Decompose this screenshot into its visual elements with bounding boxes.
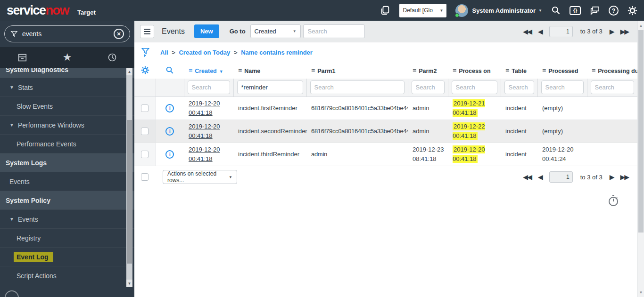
nav-app-system-logs[interactable]: System Logs bbox=[0, 153, 134, 172]
processed-filter-input[interactable] bbox=[541, 80, 584, 94]
cell-processed: 2019-12-20 00:41:24 bbox=[537, 143, 587, 166]
top-banner: servicenow Target Default [Glo ▼ System … bbox=[0, 0, 644, 21]
navigator-filter[interactable]: ✕ bbox=[4, 25, 130, 42]
code-console-button[interactable]: {} bbox=[570, 6, 581, 15]
sidebar-bottom-help-icon[interactable] bbox=[5, 290, 19, 297]
scrollbar-thumb[interactable] bbox=[638, 30, 644, 233]
parm2-filter-input[interactable] bbox=[412, 80, 445, 94]
nav-section-events[interactable]: ▼Events bbox=[0, 210, 134, 229]
parm1-filter-input[interactable] bbox=[310, 80, 405, 94]
highlighted-value: 2019-12-21 00:41:18 bbox=[453, 99, 485, 117]
column-header-name[interactable]: ≡Name bbox=[233, 63, 306, 79]
stopwatch-icon bbox=[608, 194, 619, 207]
last-page-button[interactable]: ▶▶ bbox=[620, 28, 628, 35]
help-button[interactable]: ? bbox=[609, 6, 619, 16]
page-number-input[interactable] bbox=[549, 26, 573, 37]
cell-processing-duration bbox=[587, 120, 637, 143]
breadcrumb-all-link[interactable]: All bbox=[160, 49, 168, 56]
main-scrollbar[interactable]: ▲ ▼ bbox=[637, 21, 644, 297]
list-context-menu-button[interactable] bbox=[140, 25, 154, 38]
column-header-parm2[interactable]: ≡Parm2 bbox=[408, 63, 448, 79]
row-checkbox[interactable] bbox=[141, 104, 149, 112]
response-time-indicator[interactable] bbox=[608, 194, 619, 207]
goto-field-select[interactable]: Created ▼ bbox=[250, 24, 301, 38]
column-header-processing-duration[interactable]: ≡Processing du bbox=[587, 63, 637, 79]
next-page-button[interactable]: ▶ bbox=[610, 173, 614, 181]
column-header-table[interactable]: ≡Table bbox=[501, 63, 537, 79]
list-personalize-button[interactable] bbox=[134, 63, 156, 79]
scroll-down-icon[interactable]: ▼ bbox=[126, 280, 132, 287]
cell-table: incident bbox=[501, 143, 537, 166]
record-link[interactable]: 2019-12-20 00:41:18 bbox=[189, 100, 220, 116]
record-link[interactable]: 2019-12-20 00:41:18 bbox=[189, 123, 220, 139]
info-icon[interactable]: i bbox=[165, 127, 174, 136]
record-link[interactable]: 2019-12-20 00:41:18 bbox=[189, 146, 220, 162]
column-menu-icon: ≡ bbox=[311, 67, 315, 74]
cell-parm2: 2019-12-23 08:41:18 bbox=[408, 143, 448, 166]
column-menu-icon: ≡ bbox=[413, 67, 416, 74]
goto-search-input[interactable] bbox=[303, 24, 365, 38]
user-menu[interactable]: System Administrator ▼ bbox=[455, 4, 542, 17]
column-header-parm1[interactable]: ≡Parm1 bbox=[306, 63, 408, 79]
process-on-filter-input[interactable] bbox=[452, 80, 497, 94]
breadcrumb-created-on-today-link[interactable]: Created on Today bbox=[179, 49, 230, 56]
chat-button[interactable] bbox=[590, 6, 600, 15]
nav-module-event-log[interactable]: Event Log bbox=[0, 248, 134, 266]
last-page-button[interactable]: ▶▶ bbox=[620, 173, 628, 181]
nav-module-slow-events[interactable]: Slow Events bbox=[0, 97, 134, 116]
created-filter-input[interactable] bbox=[188, 80, 230, 94]
column-search-toggle-button[interactable] bbox=[156, 63, 184, 79]
table-row: i 2019-12-20 00:41:18 incident.thirdRemi… bbox=[134, 143, 637, 166]
global-search-button[interactable] bbox=[551, 6, 561, 15]
previous-page-button[interactable]: ◀ bbox=[538, 173, 542, 181]
tab-all-applications[interactable] bbox=[0, 47, 45, 68]
nav-module-registry[interactable]: Registry bbox=[0, 229, 134, 248]
column-menu-icon: ≡ bbox=[189, 67, 192, 74]
nav-module-events[interactable]: Events bbox=[0, 172, 134, 191]
breadcrumb-name-contains-link[interactable]: Name contains reminder bbox=[241, 49, 313, 56]
filter-funnel-icon[interactable] bbox=[141, 48, 150, 57]
first-page-button[interactable]: ◀◀ bbox=[523, 28, 531, 35]
nav-section-stats[interactable]: ▼Stats bbox=[0, 78, 134, 97]
nav-module-performance-events[interactable]: Performance Events bbox=[0, 135, 134, 153]
settings-button[interactable] bbox=[627, 6, 637, 16]
name-filter-input[interactable] bbox=[237, 80, 303, 94]
archive-box-icon bbox=[17, 53, 27, 62]
scroll-up-icon[interactable]: ▲ bbox=[638, 22, 644, 29]
first-page-button[interactable]: ◀◀ bbox=[523, 173, 531, 181]
tab-favorites[interactable]: ★ bbox=[45, 47, 90, 68]
navigator-filter-input[interactable] bbox=[22, 30, 114, 38]
column-header-created[interactable]: ≡Created▼ bbox=[184, 63, 233, 79]
tab-history[interactable] bbox=[90, 47, 134, 68]
scroll-down-icon[interactable]: ▼ bbox=[638, 289, 644, 296]
info-icon[interactable]: i bbox=[165, 150, 174, 159]
breadcrumb-separator: > bbox=[172, 49, 175, 56]
new-button[interactable]: New bbox=[194, 24, 219, 38]
update-set-select[interactable]: Default [Glo ▼ bbox=[399, 4, 446, 17]
previous-page-button[interactable]: ◀ bbox=[538, 28, 542, 35]
next-page-button[interactable]: ▶ bbox=[610, 28, 614, 35]
sidebar-scrollbar[interactable]: ▲ ▼ bbox=[126, 68, 132, 287]
cell-created: 2019-12-20 00:41:18 bbox=[184, 143, 233, 166]
update-set-picker-icon[interactable] bbox=[380, 5, 390, 16]
navigator-filter-row: ✕ bbox=[0, 21, 134, 47]
row-checkbox[interactable] bbox=[141, 128, 149, 135]
nav-module-script-actions[interactable]: Script Actions bbox=[0, 266, 134, 285]
filter-spacer-cell bbox=[156, 79, 184, 96]
actions-on-selected-rows-select[interactable]: Actions on selected rows... ▼ bbox=[163, 170, 237, 184]
column-header-process-on[interactable]: ≡Process on bbox=[448, 63, 501, 79]
scrollbar-thumb[interactable] bbox=[127, 120, 132, 264]
servicenow-logo[interactable]: servicenow bbox=[7, 4, 69, 17]
clear-filter-icon[interactable]: ✕ bbox=[114, 29, 124, 39]
processing-duration-filter-input[interactable] bbox=[591, 80, 634, 94]
row-checkbox[interactable] bbox=[141, 151, 149, 158]
page-number-input[interactable] bbox=[549, 171, 573, 183]
scroll-up-icon[interactable]: ▲ bbox=[126, 68, 132, 75]
table-filter-input[interactable] bbox=[504, 80, 534, 94]
info-icon[interactable]: i bbox=[165, 104, 174, 112]
nav-app-system-policy[interactable]: System Policy bbox=[0, 191, 134, 210]
select-all-checkbox[interactable] bbox=[141, 173, 149, 181]
nav-section-performance-windows[interactable]: ▼Performance Windows bbox=[0, 116, 134, 135]
nav-section-system-diagnostics[interactable]: System Diagnostics bbox=[0, 68, 134, 78]
column-header-processed[interactable]: ≡Processed bbox=[537, 63, 587, 79]
